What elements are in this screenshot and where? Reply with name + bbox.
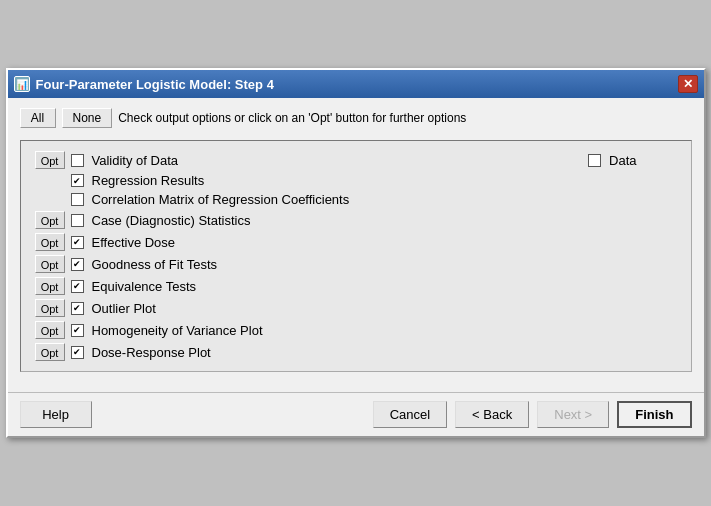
checkbox-effective-dose[interactable]	[71, 236, 84, 249]
row-effective-dose: Opt Effective Dose	[35, 233, 677, 251]
options-area: Opt Validity of Data Data Regression Res…	[20, 140, 692, 372]
opt-homogeneity-button[interactable]: Opt	[35, 321, 65, 339]
all-button[interactable]: All	[20, 108, 56, 128]
row-correlation: Correlation Matrix of Regression Coeffic…	[71, 192, 677, 207]
window-title: Four-Parameter Logistic Model: Step 4	[36, 77, 274, 92]
label-case: Case (Diagnostic) Statistics	[92, 213, 251, 228]
checkbox-case[interactable]	[71, 214, 84, 227]
row-case: Opt Case (Diagnostic) Statistics	[35, 211, 677, 229]
checkbox-regression[interactable]	[71, 174, 84, 187]
label-equivalence: Equivalence Tests	[92, 279, 197, 294]
back-button[interactable]: < Back	[455, 401, 529, 428]
label-effective-dose: Effective Dose	[92, 235, 176, 250]
opt-dose-response-button[interactable]: Opt	[35, 343, 65, 361]
none-button[interactable]: None	[62, 108, 113, 128]
row-goodness: Opt Goodness of Fit Tests	[35, 255, 677, 273]
checkbox-equivalence[interactable]	[71, 280, 84, 293]
label-dose-response: Dose-Response Plot	[92, 345, 211, 360]
label-regression: Regression Results	[92, 173, 205, 188]
checkbox-outlier[interactable]	[71, 302, 84, 315]
checkbox-data[interactable]	[588, 154, 601, 167]
main-window: 📊 Four-Parameter Logistic Model: Step 4 …	[6, 68, 706, 438]
opt-validity-button[interactable]: Opt	[35, 151, 65, 169]
checkbox-correlation[interactable]	[71, 193, 84, 206]
row-equivalence: Opt Equivalence Tests	[35, 277, 677, 295]
label-correlation: Correlation Matrix of Regression Coeffic…	[92, 192, 350, 207]
checkbox-homogeneity[interactable]	[71, 324, 84, 337]
checkbox-validity[interactable]	[71, 154, 84, 167]
close-button[interactable]: ✕	[678, 75, 698, 93]
finish-button[interactable]: Finish	[617, 401, 691, 428]
opt-effective-dose-button[interactable]: Opt	[35, 233, 65, 251]
help-button[interactable]: Help	[20, 401, 92, 428]
label-goodness: Goodness of Fit Tests	[92, 257, 218, 272]
label-outlier: Outlier Plot	[92, 301, 156, 316]
opt-outlier-button[interactable]: Opt	[35, 299, 65, 317]
cancel-button[interactable]: Cancel	[373, 401, 447, 428]
row-dose-response: Opt Dose-Response Plot	[35, 343, 677, 361]
next-button[interactable]: Next >	[537, 401, 609, 428]
checkbox-dose-response[interactable]	[71, 346, 84, 359]
chart-icon: 📊	[14, 76, 30, 92]
label-data: Data	[609, 153, 636, 168]
row-outlier: Opt Outlier Plot	[35, 299, 677, 317]
bottom-bar: Help Cancel < Back Next > Finish	[8, 392, 704, 436]
row-homogeneity: Opt Homogeneity of Variance Plot	[35, 321, 677, 339]
opt-equivalence-button[interactable]: Opt	[35, 277, 65, 295]
label-validity: Validity of Data	[92, 153, 178, 168]
checkbox-goodness[interactable]	[71, 258, 84, 271]
opt-goodness-button[interactable]: Opt	[35, 255, 65, 273]
title-bar: 📊 Four-Parameter Logistic Model: Step 4 …	[8, 70, 704, 98]
label-homogeneity: Homogeneity of Variance Plot	[92, 323, 263, 338]
row-regression: Regression Results	[71, 173, 677, 188]
instruction-text: Check output options or click on an 'Opt…	[118, 111, 691, 125]
action-buttons: Cancel < Back Next > Finish	[373, 401, 692, 428]
opt-case-button[interactable]: Opt	[35, 211, 65, 229]
